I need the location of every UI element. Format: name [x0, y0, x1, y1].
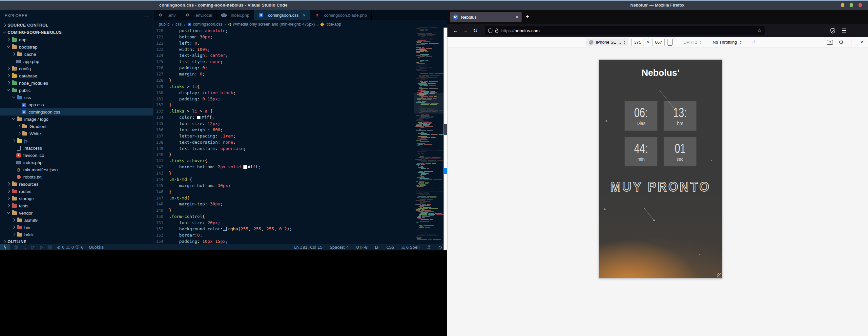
rotate-viewport-icon[interactable]: [668, 39, 673, 45]
tree-item-css[interactable]: css: [0, 94, 153, 101]
url-bar[interactable]: https:// nebolus.com ☆: [485, 26, 765, 35]
rdm-close-icon[interactable]: ×: [860, 39, 863, 45]
tree-item-image-logo[interactable]: image / logo: [0, 116, 153, 123]
tree-item-index-php[interactable]: index.php: [0, 159, 153, 166]
dpr-selector[interactable]: DPR: 2: [683, 40, 702, 44]
status-ln-381-col-15[interactable]: Ln 381, Col 15: [294, 245, 322, 250]
tree-item-tests[interactable]: tests: [0, 202, 153, 209]
tree-item-bin[interactable]: bin: [0, 224, 153, 231]
vscode-window: comingsoon.css - coming-soon-nebolus - V…: [0, 0, 447, 250]
breadcrumb[interactable]: public›css›3comingsoon.css›{}@media only…: [154, 20, 447, 28]
reload-button[interactable]: ↻: [470, 28, 480, 34]
info-count: 6: [81, 245, 84, 250]
tree-item-resources[interactable]: resources: [0, 180, 153, 188]
editor-tab-comingsoon-css[interactable]: 3comingsoon.css×: [254, 10, 310, 20]
chevron-down-icon: [6, 211, 10, 215]
item-label: routes: [19, 189, 31, 194]
tree-item-node-modules[interactable]: node_modules: [0, 80, 153, 87]
code-editor[interactable]: 120 position: absolute;121 bottom: 30px;…: [154, 28, 414, 244]
tab-close-icon[interactable]: ×: [516, 14, 518, 20]
tree-item-vendor[interactable]: vendor: [0, 209, 153, 217]
editor-scrollbar[interactable]: [443, 28, 447, 250]
explorer-more-icon[interactable]: ⋯: [143, 13, 149, 19]
screenshot-icon[interactable]: [827, 40, 833, 44]
device-viewport[interactable]: Nebolus’ 06:Dias13:hrs44:min01sec MUY PR…: [599, 59, 722, 279]
tree-section-source-control[interactable]: SOURCE CONTROL: [0, 22, 153, 29]
css-icon: 3: [22, 110, 26, 114]
new-tab-button[interactable]: +: [526, 13, 529, 20]
tree-item-app-php[interactable]: app.php: [0, 58, 153, 65]
breadcrumb-item[interactable]: css: [176, 22, 182, 27]
back-button[interactable]: ←: [451, 28, 461, 33]
viewport-resize-grip[interactable]: [717, 273, 722, 278]
bookmark-star-icon[interactable]: ☆: [757, 28, 762, 33]
tree-item-bootstrap[interactable]: bootstrap: [0, 43, 153, 51]
tree-item-mix-manifest-json[interactable]: {}mix-manifest.json: [0, 166, 153, 173]
tree-item-js[interactable]: js: [0, 137, 153, 144]
editor-tab--env[interactable]: ⚙.env: [154, 10, 180, 20]
vscode-titlebar[interactable]: comingsoon.css - coming-soon-nebolus - V…: [0, 0, 447, 10]
menu-icon[interactable]: [842, 29, 846, 32]
editor-tab--env-local[interactable]: ⚙.env.local: [180, 10, 217, 20]
permissions-shield-icon[interactable]: [488, 28, 492, 33]
minimap-slider[interactable]: [414, 93, 443, 114]
tree-item-cache[interactable]: cache: [0, 51, 153, 58]
tree-item-gradient[interactable]: Gradient: [0, 123, 153, 130]
forward-button[interactable]: →: [461, 28, 470, 33]
touch-simulation-icon[interactable]: ☝: [752, 39, 755, 45]
status-css[interactable]: CSS: [386, 245, 394, 250]
item-label: config: [19, 66, 31, 71]
feedback-icon[interactable]: [427, 245, 431, 249]
rdm-settings-icon[interactable]: ⚙: [839, 39, 843, 45]
tree-item-database[interactable]: database: [0, 72, 153, 80]
tree-item-routes[interactable]: routes: [0, 188, 153, 195]
tree-section-coming-soon-nebolus[interactable]: COMING-SOON-NEBOLUS: [0, 29, 153, 36]
editor-tab-comingsoon-blade-php[interactable]: ≋comingsoon.blade.php: [310, 10, 372, 20]
tree-item-app[interactable]: app: [0, 36, 153, 43]
protection-shield-icon[interactable]: [830, 28, 835, 33]
bell-icon[interactable]: [438, 245, 442, 249]
tree-item-asm89[interactable]: asm89: [0, 217, 153, 224]
breadcrumb-item[interactable]: .title-app: [321, 22, 341, 27]
tree-item-robots-txt[interactable]: robots.txt: [0, 173, 153, 180]
maximize-button[interactable]: [849, 3, 853, 7]
remote-indicator[interactable]: ϟ: [0, 244, 10, 250]
tree-item-white[interactable]: White: [0, 130, 153, 137]
tab-close-icon[interactable]: ×: [303, 13, 305, 18]
tree-item-favicon-ico[interactable]: ★favicon.ico: [0, 152, 153, 159]
status-lf[interactable]: LF: [375, 245, 379, 250]
code-line-146: 146}: [154, 189, 414, 195]
browser-tab-nebolus[interactable]: N° Nebolus' ×: [450, 12, 522, 22]
minimap[interactable]: [414, 28, 443, 244]
code-line-151: 151 font-size: 20px;: [154, 219, 414, 226]
status-spaces-4[interactable]: Spaces: 4: [330, 245, 349, 250]
viewport-width-input[interactable]: 375: [631, 39, 644, 46]
tree-item-config[interactable]: config: [0, 65, 153, 72]
tree-item-brick[interactable]: brick: [0, 231, 153, 238]
quokka-status[interactable]: Quokka: [89, 245, 104, 250]
viewport-height-input[interactable]: 667: [652, 39, 664, 46]
countdown-value: 01: [675, 142, 686, 155]
folder-icon: [17, 233, 22, 237]
tree-item--htaccess[interactable]: .htaccess: [0, 144, 153, 152]
device-selector[interactable]: iPhone SE ...: [586, 38, 628, 46]
line-number: 149: [154, 208, 163, 213]
throttling-selector[interactable]: No Throttling: [713, 40, 741, 44]
breadcrumb-item[interactable]: {}@media only screen and (min-height: 47…: [228, 22, 315, 27]
status--6-spell[interactable]: ⚠ 6 Spell: [402, 245, 420, 250]
status-utf-8[interactable]: UTF-8: [356, 245, 367, 250]
close-button[interactable]: [859, 3, 862, 7]
minimize-button[interactable]: [841, 3, 844, 7]
firefox-titlebar[interactable]: Nebolus' — Mozilla Firefox: [447, 0, 868, 10]
tree-item-public[interactable]: public: [0, 87, 153, 94]
tree-item-storage[interactable]: storage: [0, 195, 153, 202]
line-number: 140: [154, 152, 163, 157]
problems-indicator[interactable]: ⊘ 0 ⚠ 0 ⓘ 6: [57, 244, 84, 250]
tree-item-comingsoon-css[interactable]: 3comingsoon.css: [0, 108, 153, 116]
breadcrumb-item[interactable]: 3comingsoon.css: [188, 22, 222, 27]
tree-item-app-css[interactable]: 3app.css: [0, 101, 153, 108]
scrollbar-thumb[interactable]: [444, 124, 447, 135]
editor-tab-index-php[interactable]: index.php: [217, 10, 254, 20]
statusbar-extension-icons[interactable]: [14, 245, 52, 249]
breadcrumb-item[interactable]: public: [159, 22, 169, 27]
